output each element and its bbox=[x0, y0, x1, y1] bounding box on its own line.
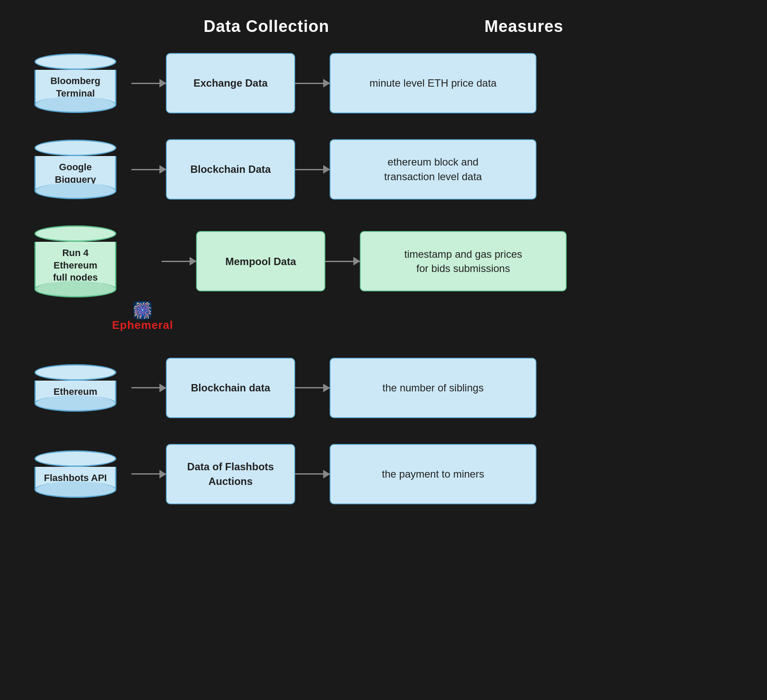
row-flashbots: Flashbots APIData of FlashbotsAuctionsth… bbox=[28, 444, 739, 504]
measures-title: Measures bbox=[484, 17, 563, 36]
diagram: BloombergTerminalExchange Dataminute lev… bbox=[28, 53, 739, 504]
mid-label-bloomberg: Exchange Data bbox=[188, 71, 273, 96]
right-box-ethereum: the number of siblings bbox=[330, 358, 536, 418]
arrow2-ethereum bbox=[295, 387, 330, 388]
right-box-flashbots: the payment to miners bbox=[330, 444, 536, 504]
cylinder-google: GoogleBigquery bbox=[28, 140, 123, 199]
arrow2-ethereum-nodes bbox=[325, 261, 360, 262]
right-label-bloomberg: minute level ETH price data bbox=[365, 71, 502, 96]
data-collection-title: Data Collection bbox=[204, 17, 330, 36]
arrow2-google bbox=[295, 169, 330, 170]
mid-box-bloomberg: Exchange Data bbox=[166, 53, 295, 113]
cylinder-ethereum: Ethereum bbox=[28, 364, 123, 412]
mid-box-flashbots: Data of FlashbotsAuctions bbox=[166, 444, 295, 504]
page-header: Data Collection Measures bbox=[26, 17, 741, 36]
arrow1-google bbox=[131, 169, 166, 170]
right-label-flashbots: the payment to miners bbox=[377, 462, 489, 487]
cylinder-ethereum-nodes: Run 4Ethereumfull nodes🎆Ephemeral bbox=[28, 225, 123, 297]
mid-label-ethereum-nodes: Mempool Data bbox=[220, 249, 301, 274]
source-label-ethereum-nodes: Run 4Ethereumfull nodes bbox=[50, 245, 101, 286]
mid-label-google: Blockchain Data bbox=[185, 157, 276, 182]
arrow1-ethereum-nodes bbox=[162, 261, 196, 262]
ephemeral-text: Ephemeral bbox=[112, 319, 173, 332]
cylinder-bloomberg: BloombergTerminal bbox=[28, 53, 123, 113]
arrow1-ethereum bbox=[131, 387, 166, 388]
mid-label-flashbots: Data of FlashbotsAuctions bbox=[182, 454, 279, 494]
firework-icon: 🎆 bbox=[132, 302, 153, 319]
right-box-ethereum-nodes: timestamp and gas pricesfor bids submiss… bbox=[360, 231, 567, 291]
right-box-google: ethereum block andtransaction level data bbox=[330, 139, 536, 200]
arrow2-bloomberg bbox=[295, 83, 330, 84]
arrow1-bloomberg bbox=[131, 83, 166, 84]
arrow1-flashbots bbox=[131, 473, 166, 475]
cylinder-flashbots: Flashbots API bbox=[28, 450, 123, 498]
right-label-ethereum: the number of siblings bbox=[377, 375, 489, 400]
row-ethereum: EthereumBlockchain datathe number of sib… bbox=[28, 358, 739, 418]
mid-box-ethereum-nodes: Mempool Data bbox=[196, 231, 325, 291]
right-label-google: ethereum block andtransaction level data bbox=[379, 150, 487, 189]
mid-label-ethereum: Blockchain data bbox=[186, 375, 275, 400]
ephemeral-annotation: 🎆Ephemeral bbox=[112, 302, 173, 332]
row-google: GoogleBigqueryBlockchain Dataethereum bl… bbox=[28, 139, 739, 200]
mid-box-google: Blockchain Data bbox=[166, 139, 295, 200]
arrow2-flashbots bbox=[295, 473, 330, 475]
right-label-ethereum-nodes: timestamp and gas pricesfor bids submiss… bbox=[399, 242, 527, 281]
row-ethereum-nodes: Run 4Ethereumfull nodes🎆EphemeralMempool… bbox=[28, 225, 739, 297]
row-bloomberg: BloombergTerminalExchange Dataminute lev… bbox=[28, 53, 739, 113]
right-box-bloomberg: minute level ETH price data bbox=[330, 53, 536, 113]
mid-box-ethereum: Blockchain data bbox=[166, 358, 295, 418]
